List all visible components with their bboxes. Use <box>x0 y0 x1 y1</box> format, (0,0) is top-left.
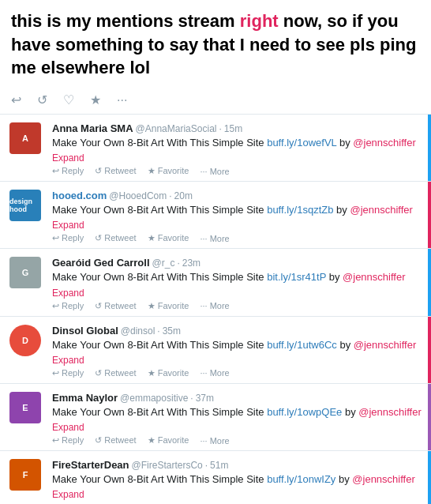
reply-action[interactable]: ↩ Reply <box>52 435 84 446</box>
tweet-link[interactable]: bit.ly/1sr41tP <box>267 271 326 283</box>
user-handle: @AnnaMariaSocial <box>136 123 217 134</box>
avatar: G <box>9 257 41 288</box>
mention-link[interactable]: @jennschiffer <box>354 339 416 351</box>
reply-action[interactable]: ↩ Reply <box>52 368 84 378</box>
tweet-body: Make Your Own 8-Bit Art With This Simple… <box>52 338 422 352</box>
favorite-action[interactable]: ★ Favorite <box>148 233 189 243</box>
mention-link[interactable]: @jennschiffer <box>358 406 421 418</box>
expand-button[interactable]: Expand <box>52 288 422 299</box>
user-handle: @FireStartersCo <box>132 460 203 471</box>
header-text: this is my mentions stream right now, so… <box>0 0 431 88</box>
mention-link[interactable]: @jennschiffer <box>353 137 415 149</box>
user-name[interactable]: Gearóid Ged Carroll <box>52 257 150 269</box>
tweet-item: design hoodhooed.com@HooedCom·20mMake Yo… <box>0 182 431 249</box>
user-name[interactable]: Anna Maria SMA <box>52 122 133 134</box>
tweet-item: EEmma Naylor@emmapositive·37mMake Your O… <box>0 384 431 451</box>
accent-bar <box>428 182 431 248</box>
user-name[interactable]: Dinsol Global <box>52 325 118 337</box>
tweet-link[interactable]: buff.ly/1sqztZb <box>267 204 333 216</box>
avatar: A <box>9 122 41 154</box>
tweet-time: 35m <box>163 325 181 337</box>
reply-action[interactable]: ↩ Reply <box>52 233 84 243</box>
favorite-action[interactable]: ★ Favorite <box>148 301 189 311</box>
retweet-icon[interactable]: ↺ <box>37 92 47 107</box>
tweet-body: Make Your Own 8-Bit Art With This Simple… <box>52 203 422 217</box>
user-handle: @HooedCom <box>109 190 167 201</box>
avatar: E <box>9 392 41 423</box>
tweet-time: 15m <box>224 123 242 134</box>
avatar: F <box>9 459 41 491</box>
favorite-action[interactable]: ★ Favorite <box>148 368 189 378</box>
mention-link[interactable]: @jennschiffer <box>352 473 414 485</box>
reply-action[interactable]: ↩ Reply <box>52 166 84 176</box>
accent-bar <box>428 384 431 450</box>
tweet-link[interactable]: buff.ly/1utw6Cc <box>267 339 337 351</box>
tweet-time: 23m <box>182 258 201 269</box>
toolbar: ↩ ↺ ♡ ★ ··· <box>0 88 431 115</box>
more-action[interactable]: ··· More <box>200 301 229 310</box>
retweet-action[interactable]: ↺ Retweet <box>95 435 136 446</box>
favorite-action[interactable]: ★ Favorite <box>148 435 189 446</box>
more-icon[interactable]: ··· <box>117 93 127 107</box>
tweet-item: FFireStarterDean@FireStartersCo·51mMake … <box>0 451 431 504</box>
expand-button[interactable]: Expand <box>52 355 422 366</box>
user-name[interactable]: Emma Naylor <box>52 392 118 404</box>
retweet-action[interactable]: ↺ Retweet <box>95 301 136 311</box>
more-action[interactable]: ··· More <box>200 368 229 378</box>
user-handle: @r_c <box>152 258 175 269</box>
reply-icon[interactable]: ↩ <box>11 92 21 107</box>
heart-icon[interactable]: ♡ <box>63 92 74 107</box>
more-action[interactable]: ··· More <box>200 167 229 176</box>
mention-link[interactable]: @jennschiffer <box>343 271 405 283</box>
mention-link[interactable]: @jennschiffer <box>350 204 412 216</box>
favorite-action[interactable]: ★ Favorite <box>148 166 189 176</box>
tweet-body: Make Your Own 8-Bit Art With This Simple… <box>52 472 422 487</box>
tweet-link[interactable]: buff.ly/1onwIZy <box>267 473 335 485</box>
accent-bar <box>428 451 431 504</box>
accent-bar <box>428 249 431 315</box>
accent-bar <box>428 317 431 383</box>
more-action[interactable]: ··· More <box>200 436 229 446</box>
star-icon[interactable]: ★ <box>90 92 101 107</box>
expand-button[interactable]: Expand <box>52 152 422 164</box>
user-handle: @emmapositive <box>120 393 188 404</box>
retweet-action[interactable]: ↺ Retweet <box>95 368 136 378</box>
tweet-time: 37m <box>196 393 214 404</box>
user-name[interactable]: FireStarterDean <box>52 459 129 471</box>
reply-action[interactable]: ↩ Reply <box>52 301 84 311</box>
user-name[interactable]: hooed.com <box>52 190 107 201</box>
user-handle: @dinsol <box>121 325 156 337</box>
tweet-item: DDinsol Global@dinsol·35mMake Your Own 8… <box>0 317 431 384</box>
tweet-item: AAnna Maria SMA@AnnaMariaSocial·15mMake … <box>0 115 431 182</box>
expand-button[interactable]: Expand <box>52 489 422 500</box>
tweet-item: GGearóid Ged Carroll@r_c·23mMake Your Ow… <box>0 249 431 316</box>
tweet-time: 51m <box>210 460 228 471</box>
avatar: design hood <box>9 190 41 221</box>
tweet-body: Make Your Own 8-Bit Art With This Simple… <box>52 405 422 419</box>
tweet-link[interactable]: buff.ly/1owefVL <box>267 137 336 149</box>
tweet-body: Make Your Own 8-Bit Art With This Simple… <box>52 270 422 284</box>
accent-bar <box>428 115 431 181</box>
tweet-link[interactable]: buff.ly/1owpQEe <box>267 406 342 418</box>
tweet-time: 20m <box>174 190 193 201</box>
avatar: D <box>9 325 41 356</box>
tweet-list: AAnna Maria SMA@AnnaMariaSocial·15mMake … <box>0 115 431 504</box>
expand-button[interactable]: Expand <box>52 422 422 433</box>
expand-button[interactable]: Expand <box>52 220 422 231</box>
retweet-action[interactable]: ↺ Retweet <box>95 233 136 243</box>
tweet-body: Make Your Own 8-Bit Art With This Simple… <box>52 136 422 150</box>
retweet-action[interactable]: ↺ Retweet <box>95 166 136 176</box>
more-action[interactable]: ··· More <box>200 234 229 243</box>
